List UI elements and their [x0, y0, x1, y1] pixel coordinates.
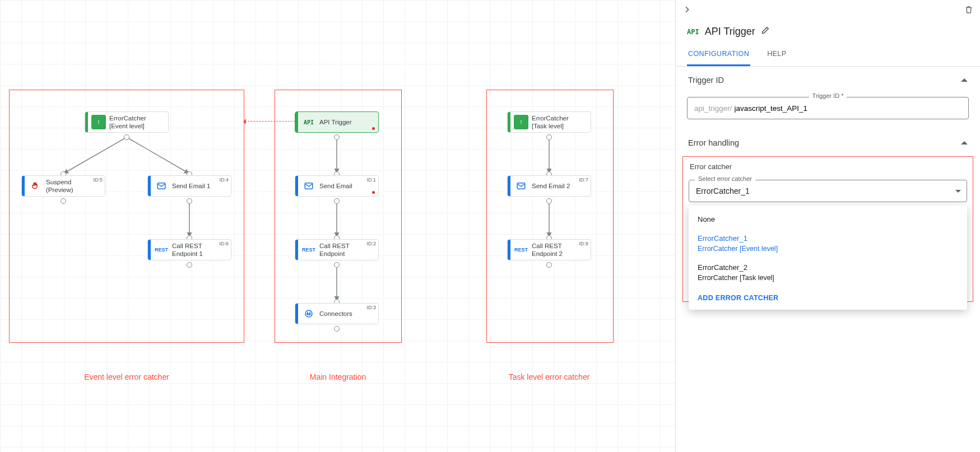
node-title: Send Email [319, 182, 374, 190]
region-event-label: Event level error catcher [71, 372, 183, 381]
error-icon [514, 115, 528, 129]
error-icon [91, 115, 106, 129]
port[interactable] [334, 198, 340, 204]
node-id: ID:8 [579, 241, 588, 246]
node-title: API Trigger [319, 118, 374, 126]
api-icon: API [301, 115, 316, 129]
node-title: ErrorCatcher [Event level] [109, 114, 164, 130]
delete-button[interactable] [964, 5, 973, 17]
panel-tabs: CONFIGURATION HELP [676, 44, 980, 67]
region-main-label: Main Integration [282, 372, 394, 381]
option-sub: ErrorCatcher [Event level] [698, 244, 958, 254]
section-trigger-id[interactable]: Trigger ID [676, 67, 980, 89]
node-send-email[interactable]: Send Email ID:1 [295, 175, 379, 197]
node-title: Call REST Endpoint [319, 242, 374, 258]
node-rest-1[interactable]: REST Call REST Endpoint 1 ID:6 [147, 239, 231, 260]
trigger-id-prefix: api_trigger/ [694, 104, 732, 113]
dashed-arrow [245, 121, 295, 122]
error-dot-icon [372, 127, 375, 130]
node-id: ID:2 [366, 241, 376, 246]
error-dot-icon [372, 191, 375, 194]
trigger-id-input[interactable] [735, 104, 962, 113]
port[interactable] [334, 134, 340, 140]
region-task-label: Task level error catcher [493, 372, 605, 381]
node-send-email-2[interactable]: Send Email 2 ID:7 [507, 175, 591, 197]
trigger-id-field[interactable]: Trigger ID * api_trigger/ [687, 97, 969, 119]
node-title: Call REST Endpoint 2 [532, 242, 586, 258]
api-icon: API [687, 28, 699, 36]
port[interactable] [124, 134, 129, 140]
node-id: ID:5 [93, 177, 103, 183]
dropdown-option-1[interactable]: ErrorCatcher_1 ErrorCatcher [Event level… [689, 229, 967, 258]
integration-canvas[interactable]: Event level error catcher Main Integrati… [0, 0, 675, 452]
node-rest-2[interactable]: REST Call REST Endpoint 2 ID:8 [507, 239, 591, 260]
mail-icon [154, 179, 169, 193]
error-catcher-dropdown: None ErrorCatcher_1 ErrorCatcher [Event … [689, 206, 967, 310]
error-catcher-box: Error catcher Select error catcher Error… [682, 156, 973, 302]
select-legend: Select error catcher [695, 175, 755, 182]
node-title: ErrorCatcher [Task level] [532, 114, 586, 130]
node-title: Call REST Endpoint 1 [172, 242, 226, 258]
collapse-panel-button[interactable] [682, 5, 691, 17]
node-errorcatcher-task[interactable]: ErrorCatcher [Task level] [507, 111, 591, 133]
tab-configuration[interactable]: CONFIGURATION [687, 44, 750, 66]
port[interactable] [334, 262, 340, 268]
node-id: ID:6 [219, 241, 229, 246]
node-rest-main[interactable]: REST Call REST Endpoint ID:2 [295, 239, 379, 260]
chevron-up-icon [961, 75, 968, 82]
port[interactable] [187, 262, 192, 268]
node-send-email-1[interactable]: Send Email 1 ID:4 [147, 175, 231, 197]
node-id: ID:7 [579, 177, 588, 183]
node-title: Connectors [319, 310, 374, 318]
add-error-catcher-button[interactable]: ADD ERROR CATCHER [689, 287, 967, 305]
section-label: Error handling [688, 138, 739, 147]
option-sub: ErrorCatcher [Task level] [698, 273, 958, 283]
section-error-handling[interactable]: Error handling [676, 129, 980, 152]
chevron-down-icon [955, 190, 961, 195]
field-legend: Trigger ID * [809, 92, 847, 99]
hand-icon [28, 179, 43, 193]
port[interactable] [546, 134, 552, 140]
rest-icon: REST [154, 243, 169, 257]
rest-icon: REST [514, 243, 528, 257]
option-name: ErrorCatcher_2 [698, 263, 958, 273]
chevron-up-icon [961, 138, 968, 145]
node-api-trigger[interactable]: API API Trigger [295, 111, 379, 133]
node-title: Send Email 1 [172, 182, 226, 190]
mail-icon [514, 179, 528, 193]
dropdown-option-2[interactable]: ErrorCatcher_2 ErrorCatcher [Task level] [689, 258, 967, 287]
node-title: Suspend (Preview) [46, 178, 100, 194]
port[interactable] [187, 198, 192, 204]
section-label: Trigger ID [688, 76, 724, 85]
node-connectors[interactable]: Connectors ID:3 [295, 303, 379, 324]
option-name: ErrorCatcher_1 [698, 234, 958, 244]
mail-icon [301, 179, 316, 193]
dropdown-option-none[interactable]: None [689, 210, 967, 229]
properties-panel: API API Trigger CONFIGURATION HELP Trigg… [675, 0, 980, 452]
port[interactable] [546, 198, 552, 204]
select-value: ErrorCatcher_1 [696, 187, 750, 195]
port[interactable] [546, 262, 552, 268]
connector-icon [301, 306, 316, 321]
port[interactable] [334, 326, 340, 332]
port[interactable] [61, 198, 66, 204]
node-id: ID:3 [366, 305, 376, 310]
node-id: ID:4 [219, 177, 229, 183]
node-suspend[interactable]: Suspend (Preview) ID:5 [21, 175, 105, 197]
node-title: Send Email 2 [532, 182, 586, 190]
error-catcher-select[interactable]: Select error catcher ErrorCatcher_1 [689, 180, 967, 202]
error-catcher-label: Error catcher [690, 162, 967, 171]
node-errorcatcher-event[interactable]: ErrorCatcher [Event level] [85, 111, 169, 133]
rest-icon: REST [301, 243, 316, 257]
tab-help[interactable]: HELP [766, 44, 787, 66]
panel-title: API Trigger [705, 26, 755, 38]
node-id: ID:1 [366, 177, 376, 183]
edit-title-button[interactable] [761, 26, 770, 38]
